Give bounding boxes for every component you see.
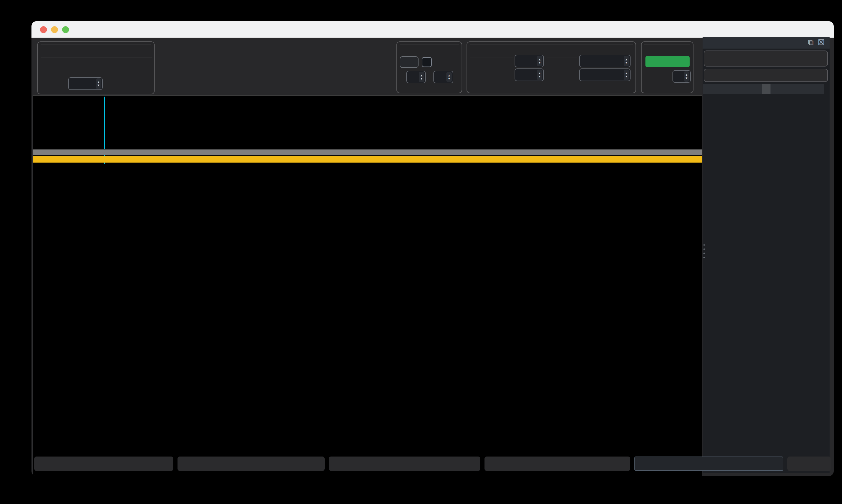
overview-yellow-bar[interactable] xyxy=(33,156,702,163)
col-gap xyxy=(762,84,770,94)
sidebar-splitter-handle[interactable] xyxy=(703,244,705,263)
col-filter xyxy=(732,84,762,94)
col-extra xyxy=(807,84,824,94)
col-ch xyxy=(715,84,732,94)
scale-spinner[interactable]: ▴▾ xyxy=(515,69,544,81)
scale-label xyxy=(470,71,513,71)
spinner-arrows-icon[interactable]: ▴▾ xyxy=(537,56,542,66)
app-window: ▴▾ ▴▾ ▴▾ ▴▾ ▴▾ xyxy=(32,21,834,476)
spacing-spinner[interactable]: ▴▾ xyxy=(515,55,544,67)
status-edf xyxy=(34,456,173,471)
spinner-arrows-icon[interactable]: ▴▾ xyxy=(446,72,452,82)
psd-off-button[interactable] xyxy=(400,56,418,68)
y-scale-panel-title xyxy=(470,44,633,45)
close-panel-icon[interactable]: ☒ xyxy=(818,38,825,47)
float-panel-icon[interactable]: ⧉ xyxy=(808,38,813,47)
trace-view-panel: ▴▾ xyxy=(641,41,694,93)
overview-gray-bar[interactable] xyxy=(33,149,702,156)
spinner-arrows-icon[interactable]: ▴▾ xyxy=(684,71,689,82)
signals-panel-header[interactable]: ⧉ ☒ xyxy=(703,37,829,49)
signals-table xyxy=(703,84,826,94)
signals-sidebar: ⧉ ☒ xyxy=(703,37,829,473)
epoch-range xyxy=(40,68,153,68)
select-all-none-button[interactable] xyxy=(704,51,828,67)
window-panel-title xyxy=(40,44,151,45)
window-seconds-spinner[interactable]: ▴▾ xyxy=(68,77,103,90)
psd-db-checkbox[interactable] xyxy=(422,57,432,67)
window-panel: ▴▾ xyxy=(37,41,155,94)
render-button[interactable] xyxy=(645,56,689,67)
trace-view-panel-title xyxy=(644,44,690,45)
psd-panel: ▴▾ ▴▾ xyxy=(396,41,462,93)
min-label xyxy=(547,71,577,71)
status-start-time xyxy=(178,456,325,471)
mode-select[interactable] xyxy=(634,456,783,471)
signal-traces-canvas[interactable] xyxy=(33,172,702,456)
spinner-arrows-icon[interactable]: ▴▾ xyxy=(96,78,101,89)
max-spinner[interactable]: ▴▾ xyxy=(579,55,630,67)
col-sel xyxy=(703,84,715,94)
spinner-arrows-icon[interactable]: ▴▾ xyxy=(419,72,424,82)
spinner-arrows-icon[interactable]: ▴▾ xyxy=(537,70,542,80)
spinner-arrows-icon[interactable]: ▴▾ xyxy=(624,70,629,80)
status-duration xyxy=(329,456,480,471)
spinner-arrows-icon[interactable]: ▴▾ xyxy=(624,56,629,66)
signal-filter-input[interactable] xyxy=(704,69,828,82)
min-spinner[interactable]: ▴▾ xyxy=(579,69,630,81)
status-counts xyxy=(484,456,630,471)
status-bar xyxy=(32,456,834,472)
spacing-label xyxy=(470,57,513,57)
col-sr xyxy=(789,84,807,94)
status-version xyxy=(787,456,831,471)
window-title xyxy=(32,21,834,38)
max-label xyxy=(547,57,577,57)
weight-spinner[interactable]: ▴▾ xyxy=(673,70,691,83)
time-range xyxy=(40,57,153,58)
col-pdim xyxy=(770,84,789,94)
title-bar[interactable] xyxy=(32,21,834,38)
psd-fmax-spinner[interactable]: ▴▾ xyxy=(433,71,453,83)
signals-table-header xyxy=(703,84,826,94)
trace-chart-area[interactable] xyxy=(33,95,702,476)
psd-panel-title xyxy=(400,44,459,45)
psd-fmin-spinner[interactable]: ▴▾ xyxy=(406,71,426,83)
y-scale-panel: ▴▾ ▴▾ ▴▾ ▴▾ xyxy=(467,41,636,93)
